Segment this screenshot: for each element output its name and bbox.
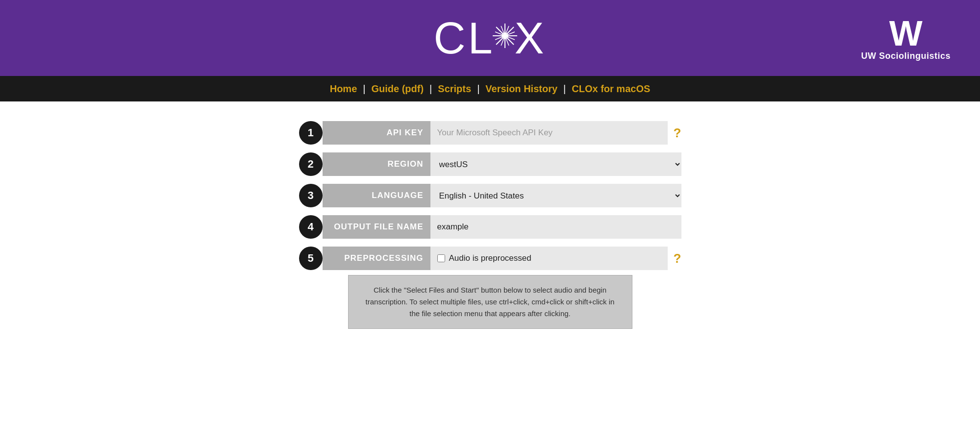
preprocessing-checkbox[interactable] bbox=[437, 254, 445, 262]
step-5-row: 5 PREPROCESSING Audio is preprocessed ? bbox=[299, 247, 681, 270]
uw-subtitle: UW Sociolinguistics bbox=[861, 50, 951, 61]
info-box-text: Click the "Select Files and Start" butto… bbox=[366, 286, 615, 318]
logo-left: CL bbox=[433, 16, 495, 60]
preprocessing-label[interactable]: Audio is preprocessed bbox=[449, 253, 531, 263]
header: CL X W UW Sociolinguistics bbox=[0, 0, 980, 76]
form-container: 1 API KEY ? 2 REGION westUS eastUS eastU… bbox=[299, 121, 681, 270]
step-3-label-cell: LANGUAGE bbox=[323, 184, 430, 207]
nav-scripts[interactable]: Scripts bbox=[434, 83, 475, 95]
step-3-input-cell: English - United States English - Great … bbox=[430, 184, 681, 207]
step-2-row: 2 REGION westUS eastUS eastUS2 westUS2 c… bbox=[299, 152, 681, 176]
nav-clox-macos[interactable]: CLOx for macOS bbox=[568, 83, 654, 95]
step-4-input-cell bbox=[430, 215, 681, 239]
step-4-number: 4 bbox=[299, 215, 323, 239]
api-key-help-icon[interactable]: ? bbox=[674, 125, 681, 141]
nav-sep-2: | bbox=[427, 83, 434, 95]
step-1-number: 1 bbox=[299, 121, 323, 145]
step-4-label-cell: OUTPUT FILE NAME bbox=[323, 215, 430, 239]
main-content: 1 API KEY ? 2 REGION westUS eastUS eastU… bbox=[0, 101, 980, 348]
info-box: Click the "Select Files and Start" butto… bbox=[348, 275, 632, 329]
language-select[interactable]: English - United States English - Great … bbox=[430, 184, 681, 207]
step-3-row: 3 LANGUAGE English - United States Engli… bbox=[299, 184, 681, 207]
step-2-label-cell: REGION bbox=[323, 152, 430, 176]
step-2-input-cell: westUS eastUS eastUS2 westUS2 centralUS … bbox=[430, 152, 681, 176]
step-3-label: LANGUAGE bbox=[372, 191, 423, 200]
step-2-number: 2 bbox=[299, 152, 323, 176]
step-5-label: PREPROCESSING bbox=[344, 253, 423, 263]
region-select[interactable]: westUS eastUS eastUS2 westUS2 centralUS … bbox=[430, 152, 681, 176]
step-5-label-cell: PREPROCESSING bbox=[323, 247, 430, 270]
step-4-row: 4 OUTPUT FILE NAME bbox=[299, 215, 681, 239]
logo-spark-icon bbox=[490, 21, 520, 50]
nav-guide[interactable]: Guide (pdf) bbox=[367, 83, 427, 95]
step-5-number: 5 bbox=[299, 247, 323, 270]
logo: CL X bbox=[20, 16, 960, 60]
nav-sep-3: | bbox=[475, 83, 481, 95]
api-key-input[interactable] bbox=[430, 121, 668, 145]
preprocessing-checkbox-cell: Audio is preprocessed bbox=[430, 253, 538, 263]
nav-sep-1: | bbox=[361, 83, 367, 95]
nav-sep-4: | bbox=[561, 83, 568, 95]
step-3-number: 3 bbox=[299, 184, 323, 207]
step-2-label: REGION bbox=[387, 159, 423, 169]
step-5-input-cell: Audio is preprocessed bbox=[430, 247, 668, 270]
nav-version-history[interactable]: Version History bbox=[481, 83, 561, 95]
preprocessing-help-icon[interactable]: ? bbox=[674, 251, 681, 266]
step-1-input-cell bbox=[430, 121, 668, 145]
output-filename-input[interactable] bbox=[430, 215, 681, 239]
step-1-label-cell: API KEY bbox=[323, 121, 430, 145]
step-1-label: API KEY bbox=[386, 128, 423, 138]
nav-home[interactable]: Home bbox=[326, 83, 361, 95]
uw-branding: W UW Sociolinguistics bbox=[861, 15, 951, 61]
uw-w-letter: W bbox=[889, 15, 923, 50]
navbar: Home | Guide (pdf) | Scripts | Version H… bbox=[0, 76, 980, 101]
step-1-row: 1 API KEY ? bbox=[299, 121, 681, 145]
step-4-label: OUTPUT FILE NAME bbox=[334, 222, 423, 232]
